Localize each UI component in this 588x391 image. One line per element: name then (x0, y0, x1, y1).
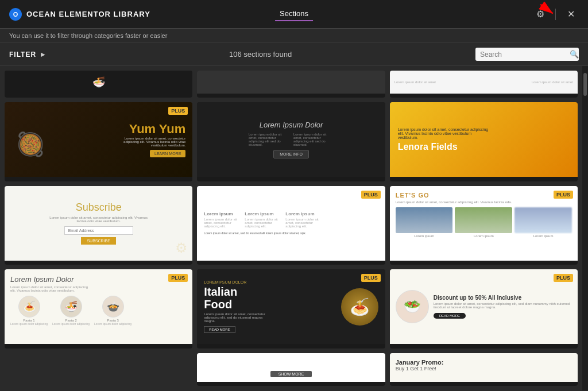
card-italian[interactable]: LOREMIPSUM DOLOR Italian Food Lorem ipsu… (197, 269, 385, 348)
card-yellow[interactable]: Lorem ipsum dolor sit amet, consectetur … (390, 102, 578, 181)
yumyum-btn[interactable]: LEARN MORE (150, 150, 185, 157)
disc-title: Discount up to 50% All Inclusive (434, 295, 572, 301)
col3-title: Lorem ipsum (285, 211, 323, 216)
filter-label: FILTER (9, 51, 36, 59)
plus-badge-italian: PLUS (361, 274, 381, 282)
show-more-btn[interactable]: SHOW MORE (270, 371, 312, 377)
card-partial-3[interactable]: Lorem ipsum dolor sit amet Lorem ipsum d… (390, 71, 578, 98)
template-grid: 🍜 Lorem ipsum dolor sit amet Lorem ipsum… (0, 66, 582, 390)
content-area: 🍜 Lorem ipsum dolor sit amet Lorem ipsum… (0, 66, 588, 390)
plus-badge-3cols: PLUS (361, 191, 381, 199)
subscribe-deco: ⚙ (175, 240, 188, 256)
lorem1-col2: Lorem ipsum dolor sit amet, consectetur … (293, 133, 334, 146)
lorem1-col1: Lorem ipsum dolor sit amet, consectetur … (249, 133, 289, 146)
plate-1: 🍝 (18, 296, 40, 318)
plus-badge-yumyum: PLUS (168, 107, 188, 115)
subscribe-desc: Lorem ipsum dolor sit amet, consectetur … (47, 216, 150, 223)
yellow-desc: Lorem ipsum dolor sit amet, consectetur … (398, 127, 490, 140)
app-title: OCEAN ELEMENTOR LIBRARY (26, 10, 150, 18)
filter-row[interactable]: FILTER ▶ (9, 51, 45, 59)
header-actions: ⚙ ✕ (532, 6, 579, 22)
card-3cols[interactable]: Lorem ipsum Lorem ipsum dolor sit amet, … (197, 186, 385, 265)
yumyum-desc: Lorem ipsum dolor sit amet, consectetur … (117, 137, 185, 147)
logo-icon: O (9, 8, 22, 21)
card-food-bottom[interactable]: Lorem Ipsum Dolor Lorem ipsum dolor sit … (5, 269, 192, 348)
subscribe-title: Subscribe (76, 202, 122, 214)
plate3-desc: Lorem ipsum dolor adipiscing (94, 322, 131, 326)
card-partial-2[interactable] (197, 71, 385, 98)
col3-text: Lorem ipsum dolor sit amet, consectetur … (285, 218, 323, 228)
letsgo-cap1: Lorem ipsum (414, 234, 434, 238)
plate2-desc: Lorem ipsum dolor adipiscing (52, 322, 90, 326)
yellow-author: Lenora Fields (398, 142, 458, 152)
disc-btn[interactable]: READ MORE (434, 313, 466, 319)
lorem1-btn[interactable]: MORE INFO (273, 150, 309, 158)
scroll-thumb[interactable] (583, 73, 587, 96)
plus-badge-disc: PLUS (554, 274, 573, 282)
promo-title: January Promo: (396, 359, 572, 366)
letsgo-title: LET'S GO (396, 192, 430, 199)
plate-3: 🍲 (102, 296, 124, 318)
lorem1-title: Lorem Ipsum Dolor (260, 121, 323, 129)
letsgo-desc: Lorem ipsum dolor sit amet, consectetur … (396, 200, 512, 204)
card-partial-1[interactable]: 🍜 (5, 71, 192, 98)
italian-desc: Lorem ipsum dolor sit amet, consectetur … (204, 312, 267, 323)
sections-count: 106 sections found (229, 50, 292, 59)
tab-sections[interactable]: Sections (275, 7, 313, 21)
3cols-bottom: Lorem ipsum dolor sit amet, sed do eiusm… (204, 231, 306, 235)
settings-button[interactable]: ⚙ (532, 6, 548, 22)
card-yumyum[interactable]: 🥘 Yum Yum Lorem ipsum dolor sit amet, co… (5, 102, 192, 181)
food-bottom-desc: Lorem ipsum dolor sit amet, consectetur … (10, 285, 91, 292)
letsgo-cap3: Lorem ipsum (533, 234, 554, 238)
tab-bar: Sections (275, 7, 313, 21)
yumyum-title: Yum Yum (117, 122, 185, 137)
filter-arrow-icon: ▶ (41, 51, 45, 57)
hint-bar: You can use it to filter through categor… (0, 29, 588, 43)
letsgo-img-1 (396, 207, 453, 233)
card-letsgo[interactable]: LET'S GO Lorem ipsum dolor sit amet, con… (390, 186, 578, 265)
plate1-desc: Lorem ipsum dolor adipiscing (10, 322, 48, 326)
col2-title: Lorem ipsum (245, 211, 282, 216)
card-subscribe[interactable]: Subscribe Lorem ipsum dolor sit amet, co… (5, 186, 192, 265)
subscribe-btn[interactable]: SUBSCRIBE (81, 237, 115, 245)
divider (555, 9, 556, 20)
italian-title: Italian Food (204, 285, 267, 311)
card-discount[interactable]: 🥗 Discount up to 50% All Inclusive Lorem… (390, 269, 578, 348)
plate-2: 🍜 (60, 296, 82, 318)
scrollbar[interactable] (582, 66, 588, 390)
filter-bar: FILTER ▶ 106 sections found 🔍 (0, 43, 588, 66)
disc-desc: Lorem ipsum dolor sit amet, consectetur … (434, 302, 572, 309)
card-lorem1[interactable]: Lorem Ipsum Dolor Lorem ipsum dolor sit … (197, 102, 385, 181)
logo-area: O OCEAN ELEMENTOR LIBRARY (9, 8, 532, 21)
italian-subtitle: LOREMIPSUM DOLOR (204, 280, 267, 284)
letsgo-img-2 (455, 207, 512, 233)
card-letsgo-bottom[interactable]: SHOW MORE (197, 353, 385, 386)
col2-text: Lorem ipsum dolor sit amet, consectetur … (245, 218, 282, 228)
close-button[interactable]: ✕ (563, 6, 579, 22)
search-box[interactable]: 🔍 (475, 48, 579, 61)
subscribe-input[interactable] (64, 226, 133, 235)
letsgo-cap2: Lorem ipsum (474, 234, 494, 238)
card-promo[interactable]: January Promo: Buy 1 Get 1 Free! (390, 353, 578, 386)
food-bottom-title: Lorem Ipsum Dolor (10, 275, 91, 284)
search-icon: 🔍 (570, 50, 579, 59)
hint-text: You can use it to filter through categor… (9, 32, 167, 39)
disc-plate: 🥗 (396, 290, 429, 323)
italian-btn[interactable]: READ MORE (204, 326, 235, 333)
header: O OCEAN ELEMENTOR LIBRARY Sections ⚙ ✕ (0, 0, 588, 29)
search-input[interactable] (480, 51, 566, 59)
letsgo-img-3 (514, 207, 572, 233)
pasta-img: 🍝 (341, 288, 378, 326)
col1-text: Lorem ipsum dolor sit amet, consectetur … (204, 218, 241, 228)
promo-sub: Buy 1 Get 1 Free! (396, 366, 572, 371)
col1-title: Lorem ipsum (204, 211, 241, 216)
plus-badge-food: PLUS (168, 274, 188, 282)
plus-badge-letsgo: PLUS (554, 191, 573, 199)
